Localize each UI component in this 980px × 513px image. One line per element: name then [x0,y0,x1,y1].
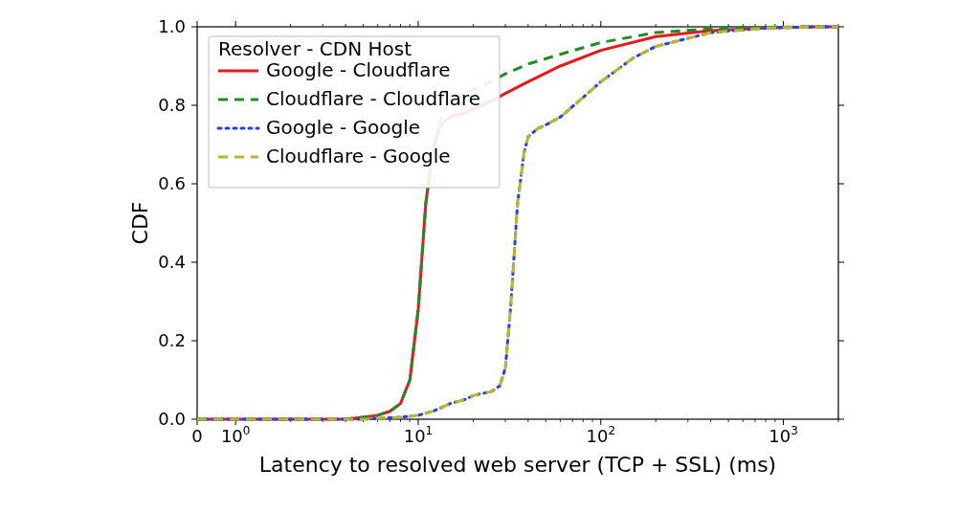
svg-text:0.0: 0.0 [158,409,186,429]
svg-text:0.4: 0.4 [158,252,186,272]
svg-text:CDF: CDF [128,202,152,245]
svg-text:0.8: 0.8 [158,95,186,115]
chart-svg: 0.00.20.40.60.81.0CDF0100101102103Latenc… [121,17,858,496]
svg-text:1.0: 1.0 [158,17,186,36]
svg-text:0.2: 0.2 [158,330,186,350]
svg-text:103: 103 [768,424,798,446]
svg-text:Google - Google: Google - Google [266,116,420,139]
svg-text:100: 100 [221,424,251,446]
svg-text:Resolver - CDN Host: Resolver - CDN Host [218,37,412,60]
svg-text:Google - Cloudflare: Google - Cloudflare [266,58,451,81]
svg-text:Cloudflare - Google: Cloudflare - Google [266,145,451,167]
svg-text:102: 102 [587,424,616,446]
svg-text:101: 101 [404,424,434,446]
chart-container: 0.00.20.40.60.81.0CDF0100101102103Latenc… [0,0,980,513]
svg-text:0: 0 [191,426,202,446]
svg-text:Cloudflare - Cloudflare: Cloudflare - Cloudflare [266,87,480,110]
svg-text:0.6: 0.6 [158,173,186,193]
plot-area: 0.00.20.40.60.81.0CDF0100101102103Latenc… [121,17,858,496]
svg-text:Latency to resolved web server: Latency to resolved web server (TCP + SS… [259,453,776,477]
